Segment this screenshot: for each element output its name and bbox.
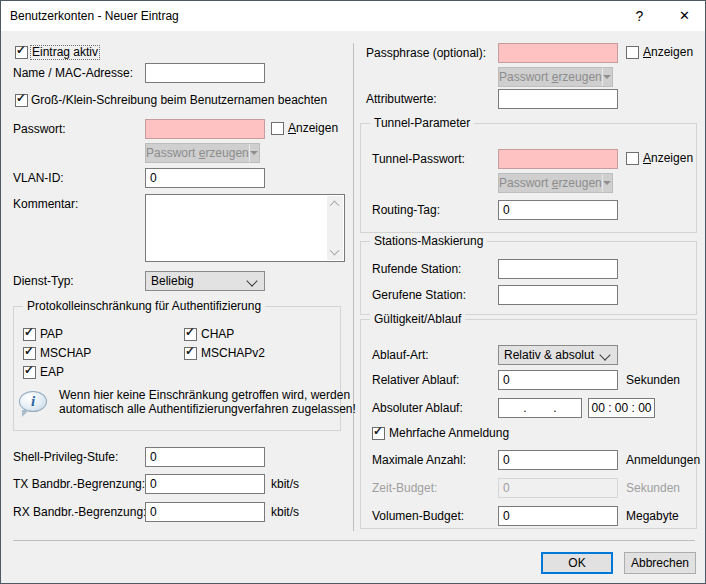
mschap-checkbox[interactable]: ✓ xyxy=(23,347,36,360)
passphrase-show-checkbox[interactable] xyxy=(626,46,639,59)
volume-budget-unit: Megabyte xyxy=(626,506,679,526)
scroll-down-icon[interactable] xyxy=(330,246,340,256)
generate-passphrase-button: Passwort erzeugen xyxy=(498,67,613,87)
rx-bandwidth-label: RX Bandbr.-Begrenzung: xyxy=(13,502,146,522)
max-logins-input[interactable] xyxy=(498,450,618,470)
attributes-label: Attributwerte: xyxy=(366,89,437,109)
tunnel-password-label: Tunnel-Passwort: xyxy=(372,149,465,169)
pap-checkbox[interactable]: ✓ xyxy=(23,328,36,341)
comment-scrollbar[interactable] xyxy=(327,196,343,260)
info-text-line2: automatisch alle Authentifizierungverfah… xyxy=(59,403,356,416)
help-icon: ? xyxy=(636,8,644,24)
close-button[interactable]: ✕ xyxy=(662,1,706,31)
shell-privilege-label: Shell-Privileg-Stufe: xyxy=(13,447,118,467)
max-logins-label: Maximale Anzahl: xyxy=(372,450,466,470)
dialog-window: Benutzerkonten - Neuer Eintrag ? ✕ ✓ Ein… xyxy=(0,0,706,584)
chap-label: CHAP xyxy=(201,328,234,341)
entry-active-checkbox[interactable]: ✓ xyxy=(15,46,28,59)
absolute-expiry-label: Absoluter Ablauf: xyxy=(372,398,463,418)
protocol-group-title: Protokolleinschränkung für Authentifizie… xyxy=(23,299,265,314)
multi-login-checkbox[interactable]: ✓ xyxy=(372,427,385,440)
check-icon: ✓ xyxy=(16,44,26,57)
relative-expiry-unit: Sekunden xyxy=(626,370,680,390)
passphrase-show-label: Anzeigen xyxy=(643,46,693,59)
tunnel-group-title: Tunnel-Parameter xyxy=(370,116,474,131)
expiry-type-label: Ablauf-Art: xyxy=(372,345,429,365)
password-label: Passwort: xyxy=(13,119,66,139)
column-divider xyxy=(353,43,354,531)
volume-budget-input[interactable] xyxy=(498,506,618,526)
time-budget-input xyxy=(498,478,618,498)
rx-bandwidth-input[interactable] xyxy=(145,502,265,522)
relative-expiry-input[interactable] xyxy=(498,370,618,390)
vlan-input[interactable] xyxy=(145,168,265,188)
routing-tag-label: Routing-Tag: xyxy=(372,200,440,220)
password-input[interactable] xyxy=(145,119,265,139)
expiry-type-value: Relativ & absolut xyxy=(504,348,594,362)
chevron-down-icon xyxy=(246,275,257,286)
tunnel-password-input[interactable] xyxy=(498,149,618,169)
ok-button[interactable]: OK xyxy=(541,552,613,574)
time-budget-label: Zeit-Budget: xyxy=(372,478,437,498)
stations-group-title: Stations-Maskierung xyxy=(370,234,487,249)
calling-station-input[interactable] xyxy=(498,259,618,279)
footer-divider xyxy=(13,540,695,541)
attributes-input[interactable] xyxy=(498,89,618,109)
service-type-value: Beliebig xyxy=(151,274,194,288)
mschap-label: MSCHAP xyxy=(40,347,91,360)
name-mac-input[interactable] xyxy=(145,63,265,83)
multi-login-label: Mehrfache Anmeldung xyxy=(389,427,509,440)
entry-active-label: Eintrag aktiv xyxy=(31,46,99,59)
relative-expiry-label: Relativer Ablauf: xyxy=(372,370,459,390)
called-station-label: Gerufene Station: xyxy=(372,285,466,305)
dropdown-arrow-icon xyxy=(602,75,612,79)
pap-label: PAP xyxy=(40,328,63,341)
dialog-title: Benutzerkonten - Neuer Eintrag xyxy=(10,1,179,31)
time-budget-unit: Sekunden xyxy=(626,478,680,498)
passphrase-input[interactable] xyxy=(498,43,618,63)
calling-station-label: Rufende Station: xyxy=(372,259,461,279)
tx-bandwidth-unit: kbit/s xyxy=(271,474,299,494)
password-show-checkbox[interactable] xyxy=(271,122,284,135)
password-show-label: Anzeigen xyxy=(288,122,338,135)
tx-bandwidth-label: TX Bandbr.-Begrenzung: xyxy=(13,474,145,494)
volume-budget-label: Volumen-Budget: xyxy=(372,506,464,526)
mschapv2-checkbox[interactable]: ✓ xyxy=(184,347,197,360)
scroll-up-icon[interactable] xyxy=(330,201,340,211)
max-logins-unit: Anmeldungen xyxy=(626,450,700,470)
chevron-down-icon xyxy=(599,349,610,360)
mschapv2-label: MSCHAPv2 xyxy=(201,347,265,360)
service-type-label: Dienst-Typ: xyxy=(13,271,74,291)
generate-tunnel-password-button: Passwort erzeugen xyxy=(498,173,613,193)
cancel-button[interactable]: Abbrechen xyxy=(624,552,696,574)
comment-textarea[interactable] xyxy=(145,194,345,262)
case-sensitive-label: Groß-/Klein-Schreibung beim Benutzername… xyxy=(31,94,327,107)
expiry-type-select[interactable]: Relativ & absolut xyxy=(498,345,618,365)
tunnel-password-show-label: Anzeigen xyxy=(643,152,693,165)
tx-bandwidth-input[interactable] xyxy=(145,474,265,494)
generate-password-button: Passwort erzeugen xyxy=(145,143,260,163)
vlan-label: VLAN-ID: xyxy=(13,168,64,188)
shell-privilege-input[interactable] xyxy=(145,447,265,467)
called-station-input[interactable] xyxy=(498,285,618,305)
info-icon: i xyxy=(19,391,47,412)
validity-group-title: Gültigkeit/Ablauf xyxy=(370,312,465,327)
case-sensitive-checkbox[interactable]: ✓ xyxy=(15,94,28,107)
titlebar: Benutzerkonten - Neuer Eintrag ? ✕ xyxy=(1,1,705,31)
check-icon: ✓ xyxy=(16,92,26,105)
eap-checkbox[interactable]: ✓ xyxy=(23,366,36,379)
comment-label: Kommentar: xyxy=(13,194,78,214)
dropdown-arrow-icon xyxy=(602,181,612,185)
passphrase-label: Passphrase (optional): xyxy=(366,43,486,63)
eap-label: EAP xyxy=(40,366,64,379)
absolute-expiry-date-input[interactable] xyxy=(498,398,582,418)
info-text-line1: Wenn hier keine Einschränkung getroffen … xyxy=(59,389,350,402)
close-icon: ✕ xyxy=(679,8,690,23)
routing-tag-input[interactable] xyxy=(498,200,618,220)
chap-checkbox[interactable]: ✓ xyxy=(184,328,197,341)
absolute-expiry-time-input[interactable] xyxy=(588,398,655,418)
tunnel-password-show-checkbox[interactable] xyxy=(626,152,639,165)
help-button[interactable]: ? xyxy=(617,1,662,31)
name-mac-label: Name / MAC-Adresse: xyxy=(13,63,133,83)
service-type-select[interactable]: Beliebig xyxy=(145,271,265,291)
